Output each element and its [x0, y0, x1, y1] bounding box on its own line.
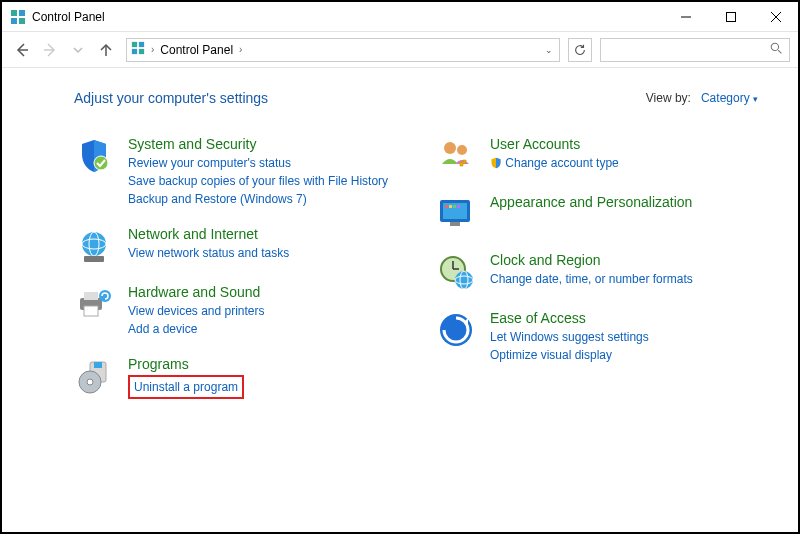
category-link[interactable]: Review your computer's status — [128, 154, 388, 172]
globe-icon — [74, 226, 114, 266]
svg-rect-14 — [139, 49, 144, 54]
forward-button[interactable] — [38, 38, 62, 62]
chevron-down-icon[interactable]: ▾ — [753, 94, 758, 104]
navbar: › Control Panel › ⌄ — [2, 32, 798, 68]
svg-rect-36 — [449, 205, 452, 208]
category-ease-of-access: Ease of Access Let Windows suggest setti… — [436, 310, 758, 364]
category-title[interactable]: System and Security — [128, 136, 388, 152]
svg-point-32 — [457, 145, 467, 155]
svg-rect-27 — [94, 362, 102, 368]
svg-rect-24 — [84, 306, 98, 316]
titlebar: Control Panel — [2, 2, 798, 32]
close-button[interactable] — [753, 2, 798, 32]
svg-rect-1 — [19, 10, 25, 16]
category-link[interactable]: View network status and tasks — [128, 244, 289, 262]
svg-rect-21 — [84, 256, 104, 262]
svg-rect-2 — [11, 18, 17, 24]
category-clock: Clock and Region Change date, time, or n… — [436, 252, 758, 292]
svg-point-43 — [455, 271, 473, 289]
svg-point-18 — [82, 232, 106, 256]
disc-icon — [74, 356, 114, 396]
view-by-value[interactable]: Category — [701, 91, 750, 105]
chevron-right-icon[interactable]: › — [151, 44, 154, 55]
shield-icon — [74, 136, 114, 176]
address-dropdown-icon[interactable]: ⌄ — [545, 45, 555, 55]
up-button[interactable] — [94, 38, 118, 62]
category-appearance: Appearance and Personalization — [436, 194, 758, 234]
category-link[interactable]: Save backup copies of your files with Fi… — [128, 172, 388, 190]
highlighted-link: Uninstall a program — [128, 375, 244, 399]
category-link[interactable]: Optimize visual display — [490, 346, 649, 364]
monitor-icon — [436, 194, 476, 234]
shield-small-icon — [490, 157, 502, 169]
category-link[interactable]: Change date, time, or number formats — [490, 270, 693, 288]
svg-point-25 — [99, 290, 111, 302]
search-input[interactable] — [600, 38, 790, 62]
category-system-security: System and Security Review your computer… — [74, 136, 396, 208]
svg-rect-23 — [84, 292, 98, 300]
category-link-uninstall[interactable]: Uninstall a program — [134, 380, 238, 394]
category-network: Network and Internet View network status… — [74, 226, 396, 266]
svg-rect-5 — [726, 12, 735, 21]
category-link[interactable]: View devices and printers — [128, 302, 265, 320]
content-area: Adjust your computer's settings View by:… — [2, 68, 798, 437]
address-bar[interactable]: › Control Panel › ⌄ — [126, 38, 560, 62]
category-title[interactable]: Hardware and Sound — [128, 284, 265, 300]
svg-rect-12 — [139, 42, 144, 47]
category-title[interactable]: Clock and Region — [490, 252, 693, 268]
breadcrumb-item[interactable]: Control Panel — [160, 43, 233, 57]
svg-point-15 — [771, 43, 778, 50]
page-heading: Adjust your computer's settings — [74, 90, 268, 106]
search-icon — [770, 42, 783, 58]
category-link[interactable]: Let Windows suggest settings — [490, 328, 649, 346]
minimize-button[interactable] — [663, 2, 708, 32]
printer-icon — [74, 284, 114, 324]
svg-line-16 — [778, 50, 781, 53]
back-button[interactable] — [10, 38, 34, 62]
svg-rect-35 — [445, 205, 448, 208]
chevron-right-icon[interactable]: › — [239, 44, 242, 55]
maximize-button[interactable] — [708, 2, 753, 32]
window-title: Control Panel — [32, 10, 105, 24]
category-user-accounts: User Accounts Change account type — [436, 136, 758, 176]
svg-rect-38 — [457, 205, 460, 208]
control-panel-icon — [131, 41, 145, 58]
svg-point-30 — [87, 379, 93, 385]
svg-rect-37 — [453, 205, 456, 208]
ease-of-access-icon — [436, 310, 476, 350]
svg-rect-39 — [450, 222, 460, 226]
category-title[interactable]: Appearance and Personalization — [490, 194, 692, 210]
svg-rect-0 — [11, 10, 17, 16]
people-icon — [436, 136, 476, 176]
clock-icon — [436, 252, 476, 292]
refresh-button[interactable] — [568, 38, 592, 62]
category-title[interactable]: User Accounts — [490, 136, 619, 152]
category-link[interactable]: Add a device — [128, 320, 265, 338]
svg-point-17 — [94, 156, 108, 170]
category-link-row: Change account type — [490, 156, 619, 170]
control-panel-icon — [10, 9, 26, 25]
view-by-control[interactable]: View by: Category ▾ — [646, 91, 758, 105]
svg-rect-3 — [19, 18, 25, 24]
svg-rect-11 — [132, 42, 137, 47]
category-hardware: Hardware and Sound View devices and prin… — [74, 284, 396, 338]
category-title[interactable]: Ease of Access — [490, 310, 649, 326]
svg-rect-13 — [132, 49, 137, 54]
view-by-label: View by: — [646, 91, 691, 105]
category-programs: Programs Uninstall a program — [74, 356, 396, 399]
category-title[interactable]: Programs — [128, 356, 244, 372]
category-link[interactable]: Change account type — [505, 156, 618, 170]
category-title[interactable]: Network and Internet — [128, 226, 289, 242]
recent-locations-button[interactable] — [66, 38, 90, 62]
category-link[interactable]: Backup and Restore (Windows 7) — [128, 190, 388, 208]
svg-point-31 — [444, 142, 456, 154]
